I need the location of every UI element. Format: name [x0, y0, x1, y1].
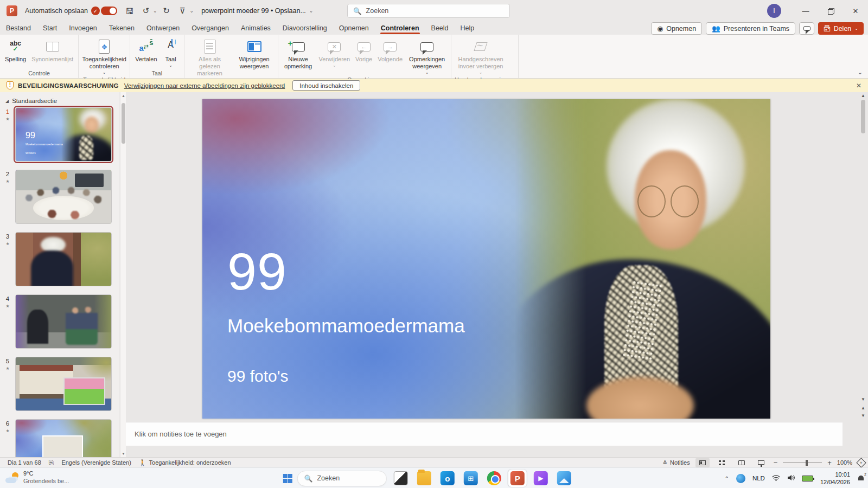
slide-canvas[interactable]: 99 Moekebommamoedermama 99 foto's [202, 99, 770, 419]
zoom-level[interactable]: 100% [837, 459, 852, 466]
slide-subtitle[interactable]: Moekebommamoedermama [227, 315, 465, 337]
slide-title[interactable]: 99 [227, 241, 287, 302]
tab-diavoorstelling[interactable]: Diavoorstelling [277, 23, 333, 34]
autosave-control[interactable]: Automatisch opslaan ✓ [25, 7, 117, 15]
check-accessibility-button[interactable]: ✥ Toegankelijkheid controleren ⌄ [81, 36, 127, 76]
volume-icon[interactable] [787, 473, 795, 483]
warning-link[interactable]: Verwijzigingen naar externe afbeeldingen… [124, 82, 285, 89]
proofing-icon[interactable]: ⎘ [49, 459, 54, 466]
thumbnail-scrollbar[interactable]: ▲ ▼ [120, 92, 126, 457]
show-changes-button[interactable]: Wijzigingen weergeven [233, 36, 276, 71]
restore-button[interactable] [818, 0, 843, 22]
search-input[interactable]: 🔍 Zoeken [347, 4, 510, 18]
keyboard-language[interactable]: NLD [752, 475, 765, 481]
document-title[interactable]: powerpoint moeder 99 • Opslaan... ⌄ [201, 7, 313, 15]
save-icon[interactable]: 🖫 [123, 4, 137, 18]
next-slide-icon[interactable]: ▼ [860, 413, 866, 418]
powerpoint-taskbar-button[interactable]: P [508, 470, 527, 487]
account-avatar[interactable]: I [767, 4, 781, 18]
mark-all-read-button[interactable]: Alles als gelezen markeren [187, 36, 233, 78]
tray-app-icon[interactable] [736, 474, 745, 483]
clipchamp-button[interactable]: ▶ [532, 470, 550, 487]
photos-button[interactable] [555, 470, 573, 487]
enable-content-button[interactable]: Inhoud inschakelen [292, 80, 360, 91]
close-button[interactable]: ✕ [843, 0, 868, 22]
tab-controleren[interactable]: Controleren [375, 23, 425, 34]
microsoft-store-button[interactable]: ⊞ [462, 470, 480, 487]
taskbar-search[interactable]: 🔍 Zoeken [297, 471, 387, 486]
tab-beeld[interactable]: Beeld [425, 23, 455, 34]
tab-animaties[interactable]: Animaties [235, 23, 277, 34]
battery-icon[interactable] [802, 476, 813, 481]
slide-counter[interactable]: Dia 1 van 68 [8, 459, 41, 466]
slide-thumbnail-1[interactable]: 1 ★ 99 Moekebommamoedermama 99 foto's [0, 107, 119, 162]
slide-sorter-button[interactable] [715, 458, 729, 467]
autosave-toggle[interactable] [101, 7, 117, 15]
spelling-button[interactable]: abc✓ Spelling [2, 36, 29, 64]
redo-icon[interactable]: ↻ [159, 4, 174, 18]
slide-caption[interactable]: 99 foto's [227, 367, 288, 386]
new-comment-button[interactable]: + Nieuwe opmerking [280, 36, 316, 71]
share-button[interactable]: 🖆 Delen ⌄ [818, 22, 864, 35]
tab-bestand[interactable]: Bestand [0, 23, 37, 34]
weather-widget[interactable]: 9°C Grotendeels be... [5, 470, 69, 485]
tab-help[interactable]: Help [455, 23, 481, 34]
wifi-icon[interactable] [772, 473, 780, 483]
tab-tekenen[interactable]: Tekenen [103, 23, 141, 34]
delete-comment-button[interactable]: ✕ Verwijderen ⌄ [316, 36, 353, 69]
thesaurus-button[interactable]: Synoniemenlijst [29, 36, 76, 64]
tab-overgangen[interactable]: Overgangen [186, 23, 235, 34]
tab-ontwerpen[interactable]: Ontwerpen [141, 23, 186, 34]
zoom-slider[interactable] [783, 463, 822, 463]
scroll-up-icon[interactable]: ▲ [860, 93, 866, 98]
tray-overflow-icon[interactable]: ⌃ [725, 476, 729, 481]
comments-button[interactable] [799, 22, 814, 35]
slide-thumbnail-4[interactable]: 4 ★ [0, 294, 119, 349]
collapse-ribbon-icon[interactable]: ⌄ [858, 69, 863, 76]
translate-button[interactable]: as̄⇄ Vertalen [132, 36, 159, 64]
tab-opnemen[interactable]: Opnemen [333, 23, 375, 34]
section-header[interactable]: ◢ Standaardsectie [0, 92, 119, 107]
slide-thumbnail-2[interactable]: 2 ★ [0, 170, 119, 224]
notes-toggle[interactable]: ≜ Notities [663, 459, 690, 466]
start-button[interactable] [283, 474, 292, 483]
minimize-button[interactable]: — [793, 0, 818, 22]
zoom-slider-knob[interactable] [806, 460, 808, 466]
scrollbar-thumb[interactable] [122, 103, 125, 144]
slide-thumbnail-6[interactable]: 6 ★ [0, 419, 119, 457]
customize-qat-icon[interactable]: ⌄ [190, 8, 194, 14]
present-in-teams-button[interactable]: 👥 Presenteren in Teams [706, 22, 795, 35]
slideshow-button[interactable] [754, 458, 768, 467]
file-explorer-button[interactable] [415, 470, 433, 487]
start-slideshow-icon[interactable]: ⊽ [176, 4, 190, 18]
accessibility-status[interactable]: Toegankelijkheid: onderzoeken [149, 459, 231, 466]
show-comments-button[interactable]: Opmerkingen weergeven ⌄ [405, 36, 449, 76]
undo-icon[interactable]: ↺ [139, 4, 153, 18]
normal-view-button[interactable] [695, 458, 710, 467]
hide-ink-button[interactable]: Handgeschreven invoer verbergen ⌄ [454, 36, 508, 76]
clock[interactable]: 10:01 12/04/2026 [820, 471, 850, 486]
task-view-button[interactable] [392, 470, 410, 487]
slide-thumbnail-3[interactable]: 3 ★ [0, 232, 119, 286]
scrollbar-thumb[interactable] [861, 100, 865, 133]
zoom-in-icon[interactable]: + [827, 459, 832, 467]
notification-bell-icon[interactable] [857, 475, 865, 482]
chrome-button[interactable] [485, 470, 503, 487]
next-comment-button[interactable]: → Volgende [375, 36, 405, 64]
tab-invoegen[interactable]: Invoegen [63, 23, 103, 34]
previous-slide-icon[interactable]: ▲ [860, 406, 866, 410]
language-button[interactable]: Aㅏ Taal ⌄ [160, 36, 182, 69]
notes-area[interactable]: Klik om notities toe te voegen [126, 422, 843, 446]
zoom-out-icon[interactable]: − [774, 459, 778, 467]
tab-start[interactable]: Start [37, 23, 63, 34]
record-button[interactable]: ◉ Opnemen [651, 22, 702, 35]
scroll-down-icon[interactable]: ▼ [860, 397, 866, 402]
outlook-button[interactable]: o [438, 470, 457, 487]
previous-comment-button[interactable]: ← Vorige [353, 36, 375, 64]
main-scrollbar[interactable]: ▲ ▼ ▲ ▼ [860, 92, 866, 450]
fit-to-window-icon[interactable] [856, 458, 866, 467]
undo-chevron-icon[interactable]: ⌄ [153, 8, 157, 14]
close-warning-icon[interactable]: ✕ [856, 82, 861, 89]
reading-view-button[interactable] [735, 458, 749, 467]
slide-thumbnail-5[interactable]: 5 ★ [0, 357, 119, 411]
